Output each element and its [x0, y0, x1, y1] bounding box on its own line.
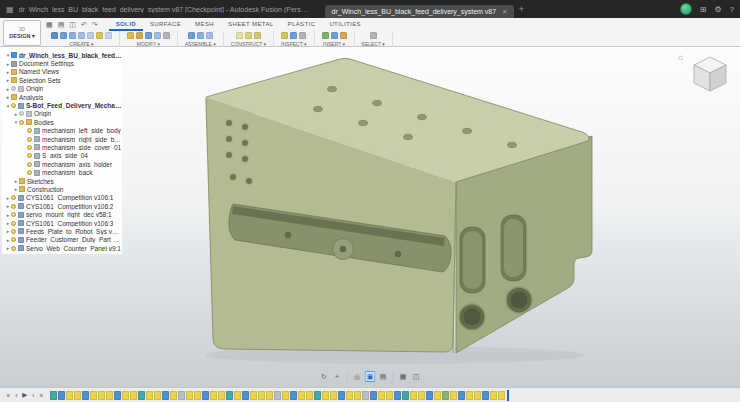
timeline-feature-icon[interactable] — [250, 391, 257, 400]
browser-row-component[interactable]: ▸CYS1061_Competition v106:1 — [2, 194, 122, 202]
visibility-bulb-icon[interactable] — [11, 246, 16, 251]
timeline-feature-icon[interactable] — [274, 391, 281, 400]
timeline-feature-icon[interactable] — [66, 391, 73, 400]
browser-row-folder[interactable]: ▸Sketches — [2, 177, 122, 185]
save-icon[interactable]: ◫ — [67, 21, 78, 29]
view-cube[interactable]: ⌂ — [680, 53, 732, 97]
timeline-feature-icon[interactable] — [290, 391, 297, 400]
timeline-feature-icon[interactable] — [170, 391, 177, 400]
home-view-icon[interactable]: ⌂ — [678, 53, 683, 62]
document-tab[interactable]: dr_Winch_less_BU_black_feed_delivery_sys… — [325, 5, 514, 18]
visibility-bulb-icon[interactable] — [11, 229, 16, 234]
modify-tool-icon[interactable] — [163, 32, 170, 39]
timeline-feature-icon[interactable] — [330, 391, 337, 400]
timeline-feature-icon[interactable] — [202, 391, 209, 400]
browser-row-body[interactable]: mechanism_left_side_body — [2, 127, 122, 135]
browser-row-root[interactable]: ▾dr_Winch_less_BU_black_feed_delivery_sy… — [2, 51, 122, 59]
construct-tool-icon[interactable] — [245, 32, 252, 39]
timeline-position-marker[interactable] — [507, 390, 509, 401]
tab-utilities[interactable]: UTILITIES — [322, 18, 368, 31]
assemble-tool-icon[interactable] — [206, 32, 213, 39]
visibility-bulb-icon[interactable] — [27, 162, 32, 167]
timeline-feature-icon[interactable] — [138, 391, 145, 400]
timeline-feature-icon[interactable] — [482, 391, 489, 400]
tab-sheet-metal[interactable]: SHEET METAL — [221, 18, 281, 31]
timeline-feature-icon[interactable] — [282, 391, 289, 400]
timeline-feature-icon[interactable] — [298, 391, 305, 400]
timeline-feature-icon[interactable] — [442, 391, 449, 400]
timeline-feature-icon[interactable] — [314, 391, 321, 400]
visibility-bulb-icon[interactable] — [11, 221, 16, 226]
ribbon-group-label[interactable]: CREATE ▾ — [70, 41, 94, 47]
construct-tool-icon[interactable] — [254, 32, 261, 39]
timeline-feature-icon[interactable] — [466, 391, 473, 400]
avatar[interactable] — [680, 3, 692, 15]
undo-icon[interactable]: ↶ — [79, 21, 89, 29]
modify-tool-icon[interactable] — [127, 32, 134, 39]
browser-row-body[interactable]: mechanism_axis_holder — [2, 160, 122, 168]
select-tool-icon[interactable] — [370, 32, 377, 39]
visibility-bulb-icon[interactable] — [11, 204, 16, 209]
tab-close-icon[interactable]: × — [502, 7, 507, 16]
modify-tool-icon[interactable] — [154, 32, 161, 39]
ribbon-group-label[interactable]: CONSTRUCT ▾ — [231, 41, 266, 47]
timeline-feature-icon[interactable] — [130, 391, 137, 400]
help-icon[interactable]: ? — [730, 5, 734, 14]
timeline-feature-icon[interactable] — [474, 391, 481, 400]
redo-icon[interactable]: ↷ — [90, 21, 100, 29]
extensions-icon[interactable]: ⊞ — [700, 5, 707, 14]
timeline-feature-icon[interactable] — [146, 391, 153, 400]
timeline-feature-icon[interactable] — [218, 391, 225, 400]
timeline-feature-icon[interactable] — [498, 391, 505, 400]
assemble-tool-icon[interactable] — [188, 32, 195, 39]
modify-tool-icon[interactable] — [136, 32, 143, 39]
browser-row-component[interactable]: ▸servo_mount_right_dec v58:1 — [2, 210, 122, 218]
timeline-feature-icon[interactable] — [106, 391, 113, 400]
create-tool-icon[interactable] — [87, 32, 94, 39]
browser-row-component[interactable]: ▸Feeder_Customer_Duty_Part v4:1 — [2, 236, 122, 244]
timeline-feature-icon[interactable] — [306, 391, 313, 400]
timeline-feature-icon[interactable] — [450, 391, 457, 400]
notifications-icon[interactable]: ⚙ — [714, 5, 721, 14]
visibility-bulb-icon[interactable] — [27, 170, 32, 175]
timeline-feature-icon[interactable] — [90, 391, 97, 400]
timeline-feature-icon[interactable] — [242, 391, 249, 400]
timeline-feature-icon[interactable] — [58, 391, 65, 400]
file-menu-icon[interactable]: ▤ — [56, 21, 67, 29]
timeline-feature-icon[interactable] — [362, 391, 369, 400]
tab-mesh[interactable]: MESH — [188, 18, 221, 31]
timeline-feature-icon[interactable] — [98, 391, 105, 400]
timeline-feature-icon[interactable] — [402, 391, 409, 400]
timeline-feature-icon[interactable] — [178, 391, 185, 400]
inspect-tool-icon[interactable] — [290, 32, 297, 39]
create-tool-icon[interactable] — [105, 32, 112, 39]
timeline-feature-icon[interactable] — [394, 391, 401, 400]
timeline-feature-icon[interactable] — [426, 391, 433, 400]
browser-row-origin[interactable]: ▸Origin — [2, 110, 122, 118]
browser-row-body[interactable]: mechanism_side_cover_01 — [2, 143, 122, 151]
browser-row-folder[interactable]: ▸Named Views — [2, 68, 122, 76]
browser-row-body[interactable]: mechanism_back — [2, 168, 122, 176]
timeline-feature-icon[interactable] — [378, 391, 385, 400]
browser-row-component[interactable]: ▸CYS1061_Competition v106:3 — [2, 219, 122, 227]
timeline-feature-icon[interactable] — [458, 391, 465, 400]
visibility-bulb-icon[interactable] — [19, 120, 24, 125]
create-tool-icon[interactable] — [69, 32, 76, 39]
canvas-viewport[interactable]: ▾dr_Winch_less_BU_black_feed_delivery_sy… — [0, 47, 740, 387]
timeline-feature-icon[interactable] — [186, 391, 193, 400]
ribbon-group-label[interactable]: SELECT ▾ — [362, 41, 385, 47]
ribbon-group-label[interactable]: INSPECT ▾ — [281, 41, 306, 47]
visibility-bulb-icon[interactable] — [27, 128, 32, 133]
timeline-feature-icon[interactable] — [82, 391, 89, 400]
app-grid-icon[interactable]: ▦ — [6, 5, 14, 14]
timeline-feature-icon[interactable] — [490, 391, 497, 400]
visibility-bulb-icon[interactable] — [11, 237, 16, 242]
viewports-icon[interactable]: ◫ — [411, 371, 422, 382]
timeline-feature-icon[interactable] — [210, 391, 217, 400]
timeline-feature-icon[interactable] — [74, 391, 81, 400]
create-tool-icon[interactable] — [78, 32, 85, 39]
visibility-bulb-icon[interactable] — [27, 145, 32, 150]
ribbon-group-label[interactable]: INSERT ▾ — [323, 41, 345, 47]
assemble-tool-icon[interactable] — [197, 32, 204, 39]
visibility-bulb-icon[interactable] — [11, 103, 16, 108]
